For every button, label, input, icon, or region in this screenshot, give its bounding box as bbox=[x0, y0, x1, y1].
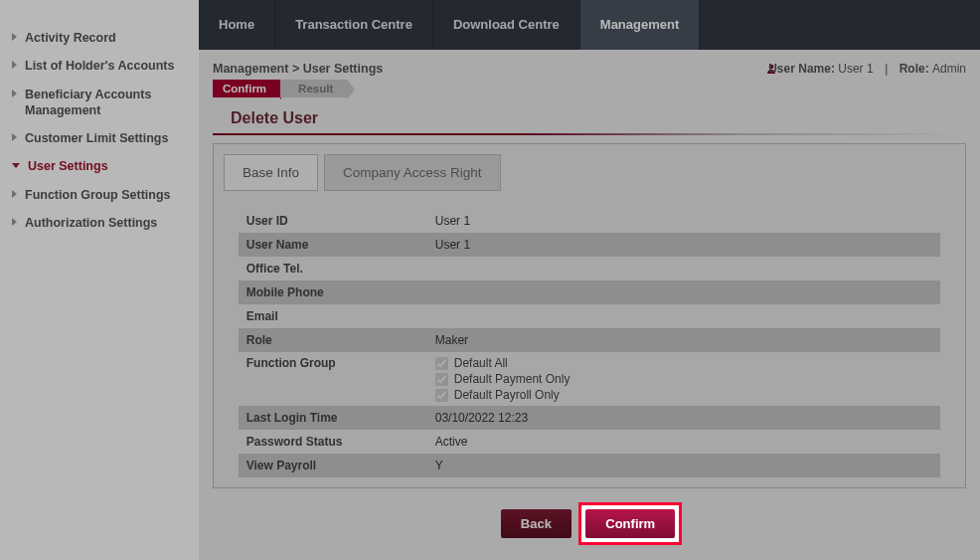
triangle-icon bbox=[12, 90, 17, 97]
meta-separator: | bbox=[885, 62, 888, 76]
value-view-payroll: Y bbox=[427, 454, 941, 477]
fg-item-default-payment: Default Payment Only bbox=[435, 372, 933, 386]
label-office-tel: Office Tel. bbox=[239, 257, 427, 280]
nav-label: Management bbox=[600, 17, 679, 33]
sidebar-item-label: Function Group Settings bbox=[25, 187, 171, 203]
sidebar-item-beneficiary-accounts[interactable]: Beneficiary Accounts Management bbox=[8, 81, 191, 125]
row-last-login: Last Login Time03/10/2022 12:23 bbox=[239, 406, 941, 430]
sidebar-item-label: Customer Limit Settings bbox=[25, 130, 168, 146]
tabs: Base Info Company Access Right bbox=[224, 154, 955, 191]
fg-checkbox-default-all bbox=[435, 357, 448, 370]
triangle-icon bbox=[12, 33, 17, 41]
label-password-status: Password Status bbox=[239, 430, 427, 454]
sidebar-item-activity-record[interactable]: Activity Record bbox=[8, 24, 191, 52]
button-row: Back Confirm bbox=[213, 488, 966, 545]
triangle-icon bbox=[12, 61, 17, 69]
role-label: Role: bbox=[899, 62, 929, 76]
triangle-down-icon bbox=[12, 163, 20, 168]
value-user-id: User 1 bbox=[427, 209, 941, 233]
breadcrumb: Management > User Settings bbox=[213, 62, 383, 76]
sidebar-item-function-group[interactable]: Function Group Settings bbox=[8, 181, 191, 209]
triangle-icon bbox=[12, 133, 17, 141]
user-name-value: User 1 bbox=[838, 62, 873, 76]
row-mobile-phone: Mobile Phone bbox=[239, 280, 941, 304]
tab-company-access-right[interactable]: Company Access Right bbox=[324, 154, 501, 191]
role-value: Admin bbox=[932, 62, 966, 76]
row-user-name: User NameUser 1 bbox=[239, 233, 941, 257]
value-function-group: Default All Default Payment Only Default… bbox=[427, 352, 941, 406]
fg-checkbox-default-payroll bbox=[435, 389, 448, 402]
label-user-id: User ID bbox=[239, 209, 427, 233]
value-role: Maker bbox=[427, 328, 941, 352]
sidebar-item-label: List of Holder's Accounts bbox=[25, 58, 174, 74]
wizard-steps: Confirm Result bbox=[213, 80, 966, 97]
label-view-payroll: View Payroll bbox=[239, 454, 427, 477]
label-role: Role bbox=[239, 328, 427, 352]
sidebar: Activity Record List of Holder's Account… bbox=[0, 0, 199, 560]
sidebar-item-label: User Settings bbox=[28, 158, 108, 174]
nav-label: Download Centre bbox=[453, 17, 560, 33]
info-table: User IDUser 1 User NameUser 1 Office Tel… bbox=[239, 209, 941, 477]
row-view-payroll: View PayrollY bbox=[239, 454, 941, 477]
label-function-group: Function Group bbox=[239, 352, 427, 406]
fg-item-default-payroll: Default Payroll Only bbox=[435, 388, 933, 402]
row-function-group: Function Group Default All Default Payme… bbox=[239, 352, 941, 406]
value-last-login: 03/10/2022 12:23 bbox=[427, 406, 941, 430]
value-user-name: User 1 bbox=[427, 233, 941, 257]
confirm-highlight: Confirm bbox=[578, 502, 682, 545]
value-password-status: Active bbox=[427, 430, 941, 454]
label-user-name: User Name bbox=[239, 233, 427, 257]
tab-base-info[interactable]: Base Info bbox=[224, 154, 318, 191]
sidebar-item-holder-accounts[interactable]: List of Holder's Accounts bbox=[8, 52, 191, 80]
fg-label: Default All bbox=[454, 356, 508, 370]
nav-label: Transaction Centre bbox=[295, 17, 412, 33]
nav-spacer bbox=[700, 0, 980, 50]
row-password-status: Password StatusActive bbox=[239, 430, 941, 454]
page-title: Delete User bbox=[213, 103, 966, 133]
value-email bbox=[427, 304, 941, 328]
sidebar-item-label: Activity Record bbox=[25, 30, 116, 46]
sidebar-item-customer-limit[interactable]: Customer Limit Settings bbox=[8, 124, 191, 152]
row-role: RoleMaker bbox=[239, 328, 941, 352]
row-email: Email bbox=[239, 304, 941, 328]
value-office-tel bbox=[427, 257, 941, 280]
back-button[interactable]: Back bbox=[501, 509, 572, 538]
row-office-tel: Office Tel. bbox=[239, 257, 941, 280]
top-nav: Home Transaction Centre Download Centre … bbox=[199, 0, 980, 50]
nav-management[interactable]: Management bbox=[580, 0, 700, 50]
value-mobile-phone bbox=[427, 280, 941, 304]
title-underline bbox=[213, 133, 966, 135]
sidebar-item-authorization[interactable]: Authorization Settings bbox=[8, 209, 191, 237]
row-user-id: User IDUser 1 bbox=[239, 209, 941, 233]
fg-label: Default Payroll Only bbox=[454, 388, 560, 402]
label-last-login: Last Login Time bbox=[239, 406, 427, 430]
label-mobile-phone: Mobile Phone bbox=[239, 280, 427, 304]
label-email: Email bbox=[239, 304, 427, 328]
fg-label: Default Payment Only bbox=[454, 372, 571, 386]
nav-download-centre[interactable]: Download Centre bbox=[433, 0, 580, 50]
wizard-step-result: Result bbox=[280, 80, 347, 97]
fg-item-default-all: Default All bbox=[435, 356, 933, 370]
fg-checkbox-default-payment bbox=[435, 373, 448, 386]
user-name-label: User Name: bbox=[768, 62, 835, 76]
sidebar-item-label: Beneficiary Accounts Management bbox=[25, 87, 187, 119]
triangle-icon bbox=[12, 190, 17, 198]
sidebar-item-label: Authorization Settings bbox=[25, 215, 157, 231]
confirm-button[interactable]: Confirm bbox=[585, 509, 675, 538]
sidebar-item-user-settings[interactable]: User Settings bbox=[8, 152, 191, 180]
nav-home[interactable]: Home bbox=[199, 0, 275, 50]
header-meta: User Name: User 1 | Role: Admin bbox=[765, 62, 966, 76]
panel: Base Info Company Access Right User IDUs… bbox=[213, 143, 966, 488]
triangle-icon bbox=[12, 218, 17, 226]
nav-label: Home bbox=[219, 17, 254, 33]
wizard-step-confirm: Confirm bbox=[213, 80, 280, 97]
nav-transaction-centre[interactable]: Transaction Centre bbox=[275, 0, 433, 50]
